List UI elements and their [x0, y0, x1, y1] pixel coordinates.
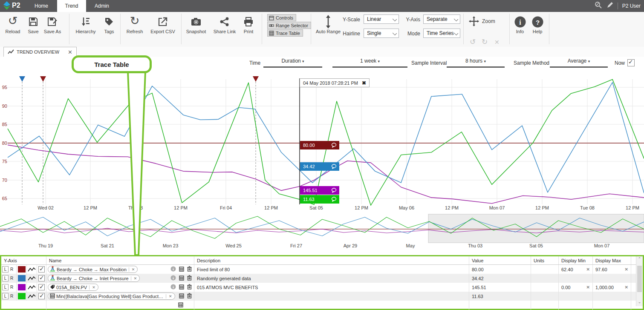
display-max-cell[interactable]: 97.60✕: [593, 265, 631, 274]
zoom-disabled-icon[interactable]: [595, 1, 602, 11]
trace-info-icon[interactable]: i: [170, 275, 176, 281]
now-checkbox[interactable]: [627, 59, 635, 66]
add-calculation-icon[interactable]: [178, 302, 183, 308]
trace-calculation-icon[interactable]: [179, 267, 184, 273]
close-hairline-icon[interactable]: ✖: [362, 80, 366, 86]
display-max-cell[interactable]: 1,000.00✕: [593, 283, 631, 292]
trace-color-cell[interactable]: [17, 283, 27, 292]
sample-interval-dropdown[interactable]: 8 hours ▾: [447, 58, 505, 68]
table-row[interactable]: LRMin({Balaclava[Gas Producing Well]:Gas…: [1, 292, 643, 301]
line-style-cell[interactable]: [27, 274, 37, 283]
edit-pencil-icon[interactable]: [606, 2, 613, 10]
user-name[interactable]: P2 User: [622, 3, 641, 9]
hairline-value-label[interactable]: 80.00: [300, 141, 339, 149]
table-row[interactable]: LRBeardy → Choke → Inlet Pressure✕iRando…: [1, 274, 643, 283]
refresh-button[interactable]: ↻ Refresh: [123, 14, 147, 34]
trace-name-pill[interactable]: Min({Balaclava[Gas Producing Well]:Gas P…: [48, 293, 175, 300]
trace-calculation-icon[interactable]: [179, 276, 184, 281]
display-min-cell[interactable]: 62.40✕: [559, 265, 593, 274]
axis-right-button[interactable]: R: [10, 294, 13, 299]
scroll-up-icon[interactable]: ⌃: [636, 257, 643, 263]
share-link-button[interactable]: Share Link: [211, 14, 239, 34]
display-max-cell[interactable]: [593, 292, 631, 301]
y-axis-select[interactable]: Separate: [423, 14, 460, 24]
snapshot-button[interactable]: Snapshot: [183, 14, 209, 34]
hierarchy-button[interactable]: Hierarchy: [72, 14, 99, 34]
remove-trace-icon[interactable]: ✕: [89, 285, 98, 290]
col-header-display-min[interactable]: Display Min: [559, 256, 593, 264]
remove-trace-icon[interactable]: ✕: [129, 267, 138, 272]
trace-delete-icon[interactable]: [187, 266, 192, 273]
remove-trace-icon[interactable]: ✕: [166, 294, 175, 299]
scroll-down-icon[interactable]: ⌄: [636, 300, 643, 306]
trace-color-cell[interactable]: [17, 292, 27, 301]
display-min-cell[interactable]: [559, 274, 593, 283]
display-min-cell[interactable]: [559, 292, 593, 301]
help-button[interactable]: ? Help: [528, 14, 546, 34]
trace-color-cell[interactable]: [17, 265, 27, 274]
view-toggle-range-selector[interactable]: Range Selector: [267, 22, 311, 29]
trace-color-cell[interactable]: [17, 274, 27, 283]
col-header-name[interactable]: Name: [46, 256, 194, 264]
view-toggle-controls[interactable]: Controls: [267, 14, 296, 21]
hairline-value-label[interactable]: 34.42: [300, 162, 339, 171]
trace-delete-icon[interactable]: [187, 284, 192, 290]
trace-color-swatch[interactable]: [18, 266, 26, 273]
hairline-select[interactable]: Single: [364, 29, 399, 38]
zoom-clear-icon[interactable]: ✕: [494, 39, 500, 46]
zoom-undo-icon[interactable]: ↺: [470, 37, 476, 46]
trace-visible-checkbox[interactable]: [38, 284, 45, 290]
duration-dropdown[interactable]: Duration ▾: [263, 58, 322, 68]
trace-color-swatch[interactable]: [18, 275, 26, 281]
trace-color-swatch[interactable]: [18, 293, 26, 299]
trace-table-scrollbar[interactable]: ⌃ ⌄: [636, 256, 643, 306]
remove-trace-icon[interactable]: ✕: [131, 276, 140, 281]
line-style-cell[interactable]: [27, 265, 37, 274]
axis-right-button[interactable]: R: [10, 276, 13, 281]
table-row[interactable]: LRBeardy → Choke → Max Position✕iFixed l…: [1, 265, 643, 274]
duration-value-dropdown[interactable]: 1 week ▾: [332, 58, 407, 68]
display-min-cell[interactable]: 0.00✕: [559, 283, 593, 292]
table-row[interactable]: LR015A_BEN.PV✕i015 ATMOS MVC BENEFITS145…: [1, 283, 643, 292]
top-tab-trend[interactable]: Trend: [57, 0, 86, 12]
axis-left-button[interactable]: L: [2, 293, 9, 299]
trace-color-swatch[interactable]: [18, 284, 26, 290]
display-max-cell[interactable]: [593, 274, 631, 283]
col-header-units[interactable]: Units: [531, 256, 559, 264]
axis-left-button[interactable]: L: [2, 284, 9, 290]
axis-left-button[interactable]: L: [2, 266, 9, 273]
info-button[interactable]: i Info: [511, 14, 528, 34]
close-tab-icon[interactable]: ✕: [68, 49, 72, 55]
trace-visible-checkbox[interactable]: [38, 266, 45, 273]
view-toggle-trace-table[interactable]: Trace Table: [267, 29, 303, 37]
clear-max-icon[interactable]: ✕: [625, 267, 631, 272]
clear-max-icon[interactable]: ✕: [625, 285, 631, 290]
axis-right-button[interactable]: R: [10, 285, 13, 290]
clear-min-icon[interactable]: ✕: [586, 285, 592, 290]
trace-calculation-icon[interactable]: [179, 284, 184, 290]
zoom-redo-icon[interactable]: ↻: [482, 37, 488, 46]
save-as-button[interactable]: Save As: [40, 14, 65, 34]
trace-info-icon[interactable]: i: [170, 284, 176, 290]
hairline-value-label[interactable]: 145.51: [300, 186, 339, 195]
hairline-value-label[interactable]: 11.63: [300, 195, 339, 204]
trace-calculation-icon[interactable]: [179, 293, 184, 299]
export-csv-button[interactable]: Export CSV: [148, 14, 177, 34]
axis-left-button[interactable]: L: [2, 275, 9, 281]
clear-min-icon[interactable]: ✕: [586, 267, 592, 272]
trace-name-pill[interactable]: Beardy → Choke → Max Position✕: [48, 266, 138, 273]
line-style-cell[interactable]: [27, 283, 37, 292]
trace-visible-checkbox[interactable]: [38, 293, 45, 299]
tags-button[interactable]: Tags: [98, 14, 120, 34]
top-tab-admin[interactable]: Admin: [86, 0, 118, 12]
zoom-button[interactable]: Zoom: [469, 16, 495, 26]
col-header-display-max[interactable]: Display Max: [593, 256, 631, 264]
top-tab-home[interactable]: Home: [26, 0, 57, 12]
print-button[interactable]: Print: [237, 14, 260, 34]
col-header-y-axis[interactable]: Y-Axis: [1, 256, 46, 264]
trend-chart[interactable]: 04 May 2018 07:28:21 PM ✖ 80.0034.42145.…: [0, 75, 644, 213]
hairline-timestamp[interactable]: 04 May 2018 07:28:21 PM ✖: [300, 78, 370, 87]
scrollbar-thumb[interactable]: [637, 266, 642, 292]
axis-right-button[interactable]: R: [10, 267, 13, 272]
range-selector[interactable]: Thu 19Sat 21Mon 23Wed 25Fri 27Apr 29MayT…: [0, 213, 644, 254]
